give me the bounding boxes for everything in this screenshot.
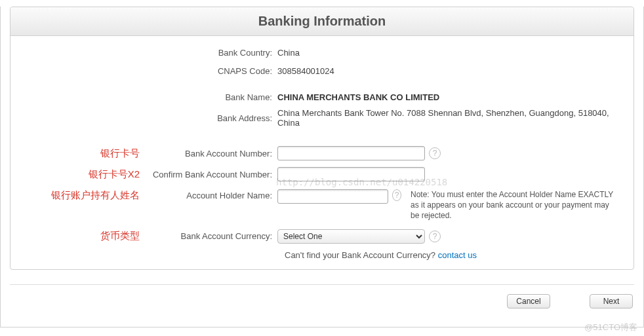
confirm-number-label: Confirm Bank Account Number: (145, 170, 276, 179)
next-button[interactable]: Next (590, 294, 633, 308)
bank-country-label: Bank Country: (145, 48, 276, 58)
currency-select[interactable]: Select One (277, 229, 425, 244)
holder-name-note: Note: You must enter the Account Holder … (411, 189, 614, 221)
account-number-input[interactable] (277, 146, 425, 160)
page-title: Banking Information (10, 14, 634, 29)
annotation-confirm-number: 银行卡号X2 (30, 168, 145, 181)
banking-info-panel: Banking Information Bank Country: China … (10, 7, 634, 270)
button-bar: Cancel Next (1, 285, 643, 308)
help-icon[interactable]: ? (429, 147, 441, 159)
holder-name-label: Account Holder Name: (145, 189, 276, 200)
bank-address-label: Bank Address: (145, 113, 276, 123)
panel-header: Banking Information (10, 7, 634, 36)
holder-name-input[interactable] (277, 189, 388, 204)
cnaps-label: CNAPS Code: (145, 66, 276, 76)
annotation-currency: 货币类型 (30, 230, 145, 242)
help-icon[interactable]: ? (392, 189, 401, 201)
contact-us-link[interactable]: contact us (438, 250, 477, 260)
annotation-holder-name: 银行账户持有人姓名 (30, 189, 145, 202)
confirm-number-input[interactable] (277, 167, 425, 181)
bank-address-value: China Merchants Bank Tower No. 7088 Shen… (276, 108, 614, 128)
annotation-account-number: 银行卡号 (30, 147, 145, 160)
currency-hint-text: Can't find your Bank Account Currency? (285, 250, 438, 260)
bank-name-label: Bank Name: (145, 92, 276, 102)
cancel-button[interactable]: Cancel (507, 294, 550, 308)
help-icon[interactable]: ? (429, 231, 441, 242)
bank-country-value: China (276, 48, 614, 58)
account-number-label: Bank Account Number: (145, 149, 276, 159)
currency-label: Bank Account Currency: (145, 231, 276, 241)
bank-name-value: CHINA MERCHANTS BANK CO LIMITED (276, 92, 614, 102)
cnaps-value: 308584001024 (276, 66, 614, 76)
